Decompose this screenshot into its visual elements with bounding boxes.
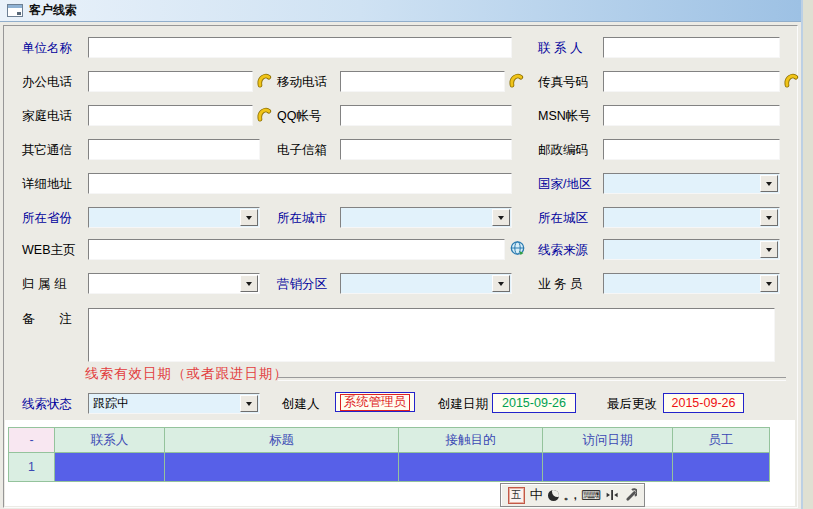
- creator-button[interactable]: 系统管理员: [335, 392, 415, 412]
- last-modified-label: 最后更改: [607, 397, 657, 411]
- phone-icon[interactable]: [256, 107, 273, 123]
- table-cell-purpose[interactable]: [399, 453, 543, 482]
- lead-status-label: 线索状态: [22, 397, 72, 411]
- address-label: 详细地址: [22, 177, 72, 191]
- create-date-label: 创建日期: [438, 397, 488, 411]
- fax-input[interactable]: [603, 71, 780, 92]
- group-select[interactable]: [88, 273, 260, 294]
- chevron-down-icon[interactable]: [492, 275, 510, 292]
- postal-code-input[interactable]: [603, 139, 780, 160]
- postal-code-label: 邮政编码: [538, 143, 588, 157]
- chevron-down-icon[interactable]: [240, 395, 258, 412]
- creator-value: 系统管理员: [340, 394, 411, 411]
- table-cell-contact[interactable]: [55, 453, 165, 482]
- title-bar: 客户线索: [0, 0, 801, 22]
- phone-icon[interactable]: [783, 73, 800, 89]
- qq-input[interactable]: [340, 105, 512, 126]
- province-label: 所在省份: [22, 211, 72, 225]
- table-cell-visit-date[interactable]: [543, 453, 673, 482]
- table-row[interactable]: 1: [9, 453, 770, 482]
- chevron-down-icon[interactable]: [492, 209, 510, 226]
- fax-label: 传真号码: [538, 75, 588, 89]
- mobile-phone-label: 移动电话: [277, 75, 327, 89]
- company-name-label: 单位名称: [22, 41, 72, 55]
- office-phone-label: 办公电话: [22, 75, 72, 89]
- band-adjust-icon[interactable]: [606, 488, 618, 502]
- separator: [278, 377, 786, 381]
- chinese-mode-icon[interactable]: 中: [530, 486, 543, 504]
- city-select[interactable]: [340, 207, 512, 228]
- email-input[interactable]: [340, 139, 512, 160]
- globe-icon[interactable]: [509, 240, 526, 256]
- last-modified-value: 2015-09-26: [663, 393, 744, 413]
- chevron-down-icon[interactable]: [760, 209, 778, 226]
- table-header-title: 标题: [165, 428, 399, 453]
- wrench-icon[interactable]: [623, 488, 637, 502]
- district-label: 所在城区: [538, 211, 588, 225]
- home-phone-input[interactable]: [88, 105, 253, 126]
- table-header-contact: 联系人: [55, 428, 165, 453]
- qq-label: QQ帐号: [277, 109, 321, 123]
- group-label: 归 属 组: [22, 277, 66, 291]
- ime-toolbar: 五 中 。, ⌨: [500, 483, 645, 507]
- company-name-input[interactable]: [88, 37, 512, 58]
- create-date-value: 2015-09-26: [492, 393, 576, 413]
- chevron-down-icon[interactable]: [760, 175, 778, 192]
- table-header-row: - 联系人 标题 接触目的 访问日期 员工: [9, 428, 770, 453]
- creator-label: 创建人: [282, 397, 320, 411]
- punctuation-icon[interactable]: 。,: [564, 488, 576, 503]
- salesperson-label: 业 务 员: [538, 277, 582, 291]
- phone-icon[interactable]: [256, 73, 273, 89]
- city-label: 所在城市: [277, 211, 327, 225]
- chevron-down-icon[interactable]: [240, 209, 258, 226]
- marketing-zone-label: 营销分区: [277, 277, 327, 291]
- office-phone-input[interactable]: [88, 71, 253, 92]
- other-comm-label: 其它通信: [22, 143, 72, 157]
- chevron-down-icon[interactable]: [760, 241, 778, 258]
- lead-status-value: 跟踪中: [93, 396, 129, 410]
- salesperson-select[interactable]: [603, 273, 780, 294]
- mobile-phone-input[interactable]: [340, 71, 505, 92]
- lead-source-label: 线索来源: [538, 243, 588, 257]
- lead-date-note: 线索有效日期（或者跟进日期）: [85, 365, 288, 383]
- chevron-down-icon[interactable]: [760, 275, 778, 292]
- table-cell-employee[interactable]: [673, 453, 770, 482]
- table-header-employee: 员工: [673, 428, 770, 453]
- msn-input[interactable]: [603, 105, 780, 126]
- remarks-label: 备 注: [22, 312, 72, 326]
- remarks-textarea[interactable]: [88, 308, 775, 362]
- lead-status-select[interactable]: 跟踪中: [88, 393, 260, 414]
- window-title: 客户线索: [29, 2, 77, 19]
- table-header-corner: -: [9, 428, 55, 453]
- lead-source-select[interactable]: [603, 239, 780, 260]
- keyboard-icon[interactable]: ⌨: [581, 488, 601, 502]
- district-select[interactable]: [603, 207, 780, 228]
- msn-label: MSN帐号: [538, 109, 591, 123]
- moon-icon[interactable]: [548, 490, 559, 501]
- chevron-down-icon[interactable]: [240, 275, 258, 292]
- country-select[interactable]: [603, 173, 780, 194]
- window-icon: [7, 4, 23, 17]
- address-input[interactable]: [88, 173, 512, 194]
- table-header-visit-date: 访问日期: [543, 428, 673, 453]
- marketing-zone-select[interactable]: [340, 273, 512, 294]
- other-comm-input[interactable]: [88, 139, 260, 160]
- web-input[interactable]: [88, 239, 505, 260]
- phone-icon[interactable]: [508, 73, 525, 89]
- activity-table: - 联系人 标题 接触目的 访问日期 员工 1: [8, 427, 770, 482]
- web-label: WEB主页: [22, 243, 75, 257]
- row-number-cell[interactable]: 1: [9, 453, 55, 482]
- contact-label: 联 系 人: [538, 41, 582, 55]
- home-phone-label: 家庭电话: [22, 109, 72, 123]
- contact-input[interactable]: [603, 37, 780, 58]
- wubi-icon[interactable]: 五: [508, 487, 525, 504]
- email-label: 电子信箱: [277, 143, 327, 157]
- country-label: 国家/地区: [538, 177, 591, 191]
- table-cell-title[interactable]: [165, 453, 399, 482]
- crm-lead-window: 客户线索 单位名称 联 系 人 办公电话 移动电话 传真号码 家庭电话 QQ帐号…: [0, 0, 813, 509]
- province-select[interactable]: [88, 207, 260, 228]
- table-header-purpose: 接触目的: [399, 428, 543, 453]
